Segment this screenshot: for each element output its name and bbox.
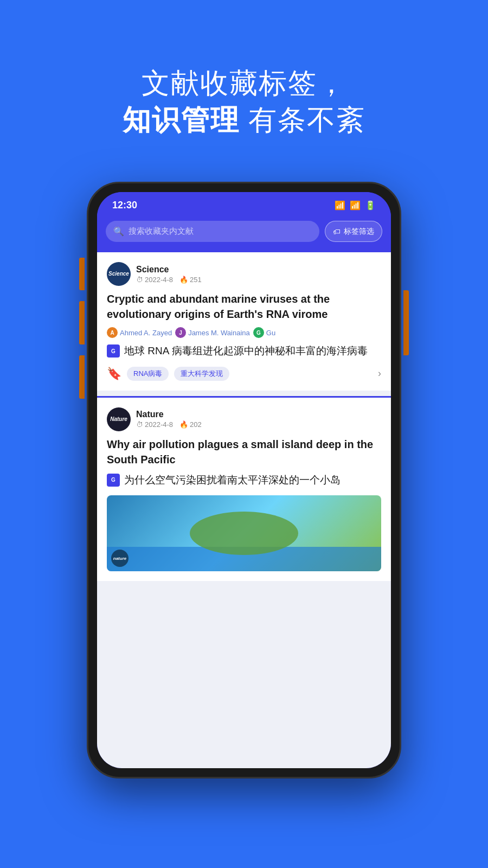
image-source-badge: nature — [111, 550, 129, 567]
translate-icon-2: G — [107, 474, 120, 487]
divider-1 — [97, 391, 391, 396]
filter-button[interactable]: 🏷 标签筛选 — [325, 221, 382, 242]
search-icon: 🔍 — [113, 226, 124, 237]
source-row-1: Science Science ⏱ 2022-4-8 🔥 — [107, 262, 381, 286]
author-name-g: Gu — [266, 329, 275, 337]
phone-mockup: 12:30 📶 📶 🔋 🔍 搜索收藏夹内文献 🏷 标签筛选 — [87, 182, 401, 778]
translate-row-2: G 为什么空气污染困扰着南太平洋深处的一个小岛 — [107, 473, 381, 488]
more-arrow-1[interactable]: › — [378, 368, 381, 379]
wifi-icon: 📶 — [335, 200, 345, 210]
phone-frame: 12:30 📶 📶 🔋 🔍 搜索收藏夹内文献 🏷 标签筛选 — [87, 182, 401, 778]
source-meta-1: Science ⏱ 2022-4-8 🔥 251 — [136, 265, 202, 284]
search-area: 🔍 搜索收藏夹内文献 🏷 标签筛选 — [97, 215, 391, 251]
author-chip-g: G Gu — [253, 327, 275, 338]
source-details-1: ⏱ 2022-4-8 🔥 251 — [136, 276, 202, 284]
translate-icon-1: G — [107, 344, 120, 358]
source-date-2: ⏱ 2022-4-8 — [136, 420, 173, 429]
search-placeholder-text: 搜索收藏夹内文献 — [129, 226, 194, 237]
header-bold: 知识管理 — [123, 104, 240, 136]
island-shape — [190, 512, 298, 555]
source-row-2: Nature Nature ⏱ 2022-4-8 🔥 — [107, 407, 381, 431]
source-name-1: Science — [136, 265, 202, 275]
signal-icon: 📶 — [350, 200, 361, 210]
article-title-en-2: Why air pollution plagues a small island… — [107, 437, 381, 467]
author-avatar-a: A — [107, 327, 118, 338]
source-reads-2: 🔥 202 — [179, 420, 202, 429]
volume-up-button — [79, 258, 85, 290]
content-area: Science Science ⏱ 2022-4-8 🔥 — [97, 251, 391, 768]
article-title-cn-1: 地球 RNA 病毒组进化起源中的神秘和丰富的海洋病毒 — [124, 343, 381, 359]
tag-science[interactable]: 重大科学发现 — [174, 367, 229, 381]
article-card-1[interactable]: Science Science ⏱ 2022-4-8 🔥 — [97, 251, 391, 391]
search-box[interactable]: 🔍 搜索收藏夹内文献 — [106, 221, 319, 242]
volume-down-button — [79, 301, 85, 344]
status-time: 12:30 — [112, 200, 137, 211]
mute-button — [79, 355, 85, 399]
author-chip-a: A Ahmed A. Zayed — [107, 327, 172, 338]
filter-label: 标签筛选 — [344, 227, 374, 237]
app-header: 文献收藏标签， 知识管理 有条不紊 — [123, 65, 365, 138]
source-reads-1: 🔥 251 — [179, 276, 202, 284]
tags-row-1: 🔖 RNA病毒 重大科学发现 › — [107, 367, 381, 381]
status-icons: 📶 📶 🔋 — [335, 200, 376, 210]
article-title-en-1: Cryptic and abundant marine viruses at t… — [107, 291, 381, 322]
header-line1: 文献收藏标签， — [123, 65, 365, 102]
battery-icon: 🔋 — [365, 200, 376, 210]
article-card-2[interactable]: Nature Nature ⏱ 2022-4-8 🔥 — [97, 396, 391, 582]
source-details-2: ⏱ 2022-4-8 🔥 202 — [136, 420, 202, 429]
source-avatar-1: Science — [107, 262, 131, 286]
source-meta-2: Nature ⏱ 2022-4-8 🔥 202 — [136, 410, 202, 429]
authors-row-1: A Ahmed A. Zayed J James M. Wainaina G G… — [107, 327, 381, 338]
author-avatar-g: G — [253, 327, 264, 338]
status-bar: 12:30 📶 📶 🔋 — [97, 192, 391, 215]
author-name-j: James M. Wainaina — [188, 329, 250, 337]
power-button — [403, 290, 409, 355]
author-name-a: Ahmed A. Zayed — [120, 329, 172, 337]
header-line2: 知识管理 有条不紊 — [123, 102, 365, 139]
tag-rna[interactable]: RNA病毒 — [127, 367, 169, 381]
source-name-2: Nature — [136, 410, 202, 419]
article-title-cn-2: 为什么空气污染困扰着南太平洋深处的一个小岛 — [124, 473, 381, 488]
article-image-2: nature — [107, 495, 381, 571]
phone-screen: 12:30 📶 📶 🔋 🔍 搜索收藏夹内文献 🏷 标签筛选 — [97, 192, 391, 768]
filter-icon: 🏷 — [333, 227, 341, 236]
author-avatar-j: J — [175, 327, 186, 338]
source-date-1: ⏱ 2022-4-8 — [136, 276, 173, 284]
author-chip-j: J James M. Wainaina — [175, 327, 250, 338]
bookmark-icon-1: 🔖 — [107, 367, 121, 381]
header-normal: 有条不紊 — [248, 104, 365, 136]
source-avatar-2: Nature — [107, 407, 131, 431]
translate-row-1: G 地球 RNA 病毒组进化起源中的神秘和丰富的海洋病毒 — [107, 343, 381, 359]
